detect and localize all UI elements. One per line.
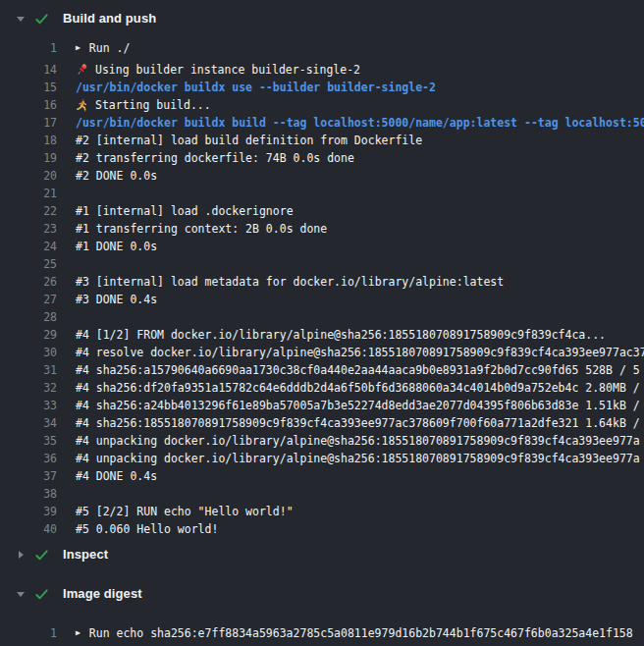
section-header-inspect[interactable]: Inspect xyxy=(0,538,644,571)
line-content: #2 transferring dockerfile: 74B 0.0s don… xyxy=(57,149,644,167)
line-text: #2 [internal] load build definition from… xyxy=(76,132,422,149)
line-number[interactable]: 20 xyxy=(0,167,57,185)
line-content: #4 unpacking docker.io/library/alpine@sh… xyxy=(57,450,644,467)
line-number[interactable]: 36 xyxy=(0,450,57,467)
line-number[interactable]: 17 xyxy=(0,114,57,132)
line-number[interactable]: 14 xyxy=(0,61,57,79)
line-content: #1 [internal] load .dockerignore xyxy=(57,202,644,220)
log-line: 32 #4 sha256:df20fa9351a15782c64e6dddb2d… xyxy=(0,379,644,397)
line-number[interactable]: 35 xyxy=(0,432,57,450)
line-content: ▶Run ./ xyxy=(57,39,644,57)
chevron-down-icon[interactable] xyxy=(16,589,26,599)
chevron-down-icon[interactable] xyxy=(16,14,26,24)
line-number[interactable]: 26 xyxy=(0,273,57,291)
line-content: #4 sha256:a15790640a6690aa1730c38cf0a440… xyxy=(57,361,644,379)
pushpin-icon xyxy=(76,63,89,77)
line-number[interactable]: 39 xyxy=(0,503,57,520)
line-number[interactable]: 1 xyxy=(0,624,57,642)
line-content: ▶Run echo sha256:e7ff8834a5963a2785c5a08… xyxy=(57,624,644,642)
line-text: #2 DONE 0.0s xyxy=(76,167,157,185)
line-content: #1 transferring context: 2B 0.0s done xyxy=(57,220,644,238)
line-text: Starting build... xyxy=(95,96,211,114)
line-content: Starting build... xyxy=(57,96,644,114)
log-line: 36 #4 unpacking docker.io/library/alpine… xyxy=(0,450,644,467)
log-line: 29 #4 [1/2] FROM docker.io/library/alpin… xyxy=(0,326,644,344)
line-number[interactable]: 28 xyxy=(0,308,57,326)
line-number[interactable]: 21 xyxy=(0,185,57,202)
line-text: Using builder instance builder-single-2 xyxy=(95,61,360,79)
line-content: #4 [1/2] FROM docker.io/library/alpine@s… xyxy=(57,326,644,344)
line-content: Using builder instance builder-single-2 xyxy=(57,61,644,79)
line-text: #4 sha256:df20fa9351a15782c64e6dddb2d4a6… xyxy=(76,379,640,397)
log-line: 22 #1 [internal] load .dockerignore xyxy=(0,202,644,220)
line-number[interactable]: 33 xyxy=(0,397,57,414)
log-section: Build and push 1 ▶Run ./ 14 Using builde… xyxy=(0,0,644,538)
check-icon xyxy=(34,548,49,563)
line-number[interactable]: 19 xyxy=(0,149,57,167)
line-text: #4 unpacking docker.io/library/alpine@sh… xyxy=(76,450,640,467)
line-text: #4 sha256:185518070891758909c9f839cf4ca3… xyxy=(76,414,640,432)
line-text: #2 transferring dockerfile: 74B 0.0s don… xyxy=(76,149,354,167)
line-number[interactable]: 37 xyxy=(0,467,57,485)
line-text: #4 [1/2] FROM docker.io/library/alpine@s… xyxy=(76,326,606,344)
line-text: #1 DONE 0.0s xyxy=(76,238,157,255)
line-number[interactable]: 22 xyxy=(0,202,57,220)
line-number[interactable]: 38 xyxy=(0,485,57,503)
line-number[interactable]: 1 xyxy=(0,39,57,57)
line-content: #1 DONE 0.0s xyxy=(57,238,644,255)
line-text: #4 resolve docker.io/library/alpine@sha2… xyxy=(76,344,644,361)
log-line[interactable]: 1 ▶Run ./ xyxy=(0,39,644,57)
log-line: 14 Using builder instance builder-single… xyxy=(0,61,644,79)
log-section: Image digest 1 ▶Run echo sha256:e7ff8834… xyxy=(0,577,644,646)
log-line: 37 #4 DONE 0.4s xyxy=(0,467,644,485)
line-content xyxy=(57,255,644,273)
line-number[interactable]: 18 xyxy=(0,132,57,149)
log-line: 17 /usr/bin/docker buildx build --tag lo… xyxy=(0,114,644,132)
line-number[interactable]: 23 xyxy=(0,220,57,238)
play-triangle-icon[interactable]: ▶ xyxy=(76,624,80,642)
section-log-lines-build-and-push: 1 ▶Run ./ 14 Using builder instance buil… xyxy=(0,33,644,538)
line-number[interactable]: 15 xyxy=(0,79,57,96)
line-number[interactable]: 40 xyxy=(0,520,57,538)
section-title: Inspect xyxy=(63,546,108,564)
log-line: 35 #4 unpacking docker.io/library/alpine… xyxy=(0,432,644,450)
line-number[interactable]: 27 xyxy=(0,291,57,308)
line-text: Run echo sha256:e7ff8834a5963a2785c5a081… xyxy=(89,624,633,642)
line-content xyxy=(57,308,644,326)
line-content: #4 resolve docker.io/library/alpine@sha2… xyxy=(57,344,644,361)
section-header-image-digest[interactable]: Image digest xyxy=(0,577,644,611)
line-content: #4 sha256:df20fa9351a15782c64e6dddb2d4a6… xyxy=(57,379,644,397)
line-content: #3 DONE 0.4s xyxy=(57,291,644,308)
section-header-build-and-push[interactable]: Build and push xyxy=(0,0,644,33)
line-number[interactable]: 32 xyxy=(0,379,57,397)
line-content xyxy=(57,185,644,202)
play-triangle-icon[interactable]: ▶ xyxy=(76,39,80,57)
line-number[interactable]: 16 xyxy=(0,96,57,114)
line-number[interactable]: 29 xyxy=(0,326,57,344)
log-line: 28 xyxy=(0,308,644,326)
section-title: Image digest xyxy=(63,585,142,603)
line-text: /usr/bin/docker buildx build --tag local… xyxy=(76,114,644,132)
log-line: 20 #2 DONE 0.0s xyxy=(0,167,644,185)
line-content: #4 sha256:a24bb4013296f61e89ba57005a7b3e… xyxy=(57,397,644,414)
line-number[interactable]: 31 xyxy=(0,361,57,379)
line-number[interactable]: 24 xyxy=(0,238,57,255)
log-line: 25 xyxy=(0,255,644,273)
log-line: 27 #3 DONE 0.4s xyxy=(0,291,644,308)
line-number[interactable]: 25 xyxy=(0,255,57,273)
line-content: /usr/bin/docker buildx use --builder bui… xyxy=(57,79,644,96)
log-line[interactable]: 1 ▶Run echo sha256:e7ff8834a5963a2785c5a… xyxy=(0,624,644,642)
log-line: 38 xyxy=(0,485,644,503)
runner-icon xyxy=(76,98,89,112)
line-text: #5 0.060 Hello world! xyxy=(76,520,218,538)
line-number[interactable]: 34 xyxy=(0,414,57,432)
line-content: #2 [internal] load build definition from… xyxy=(57,132,644,149)
line-content xyxy=(57,485,644,503)
line-number[interactable]: 30 xyxy=(0,344,57,361)
line-content: #4 sha256:185518070891758909c9f839cf4ca3… xyxy=(57,414,644,432)
line-text: #5 [2/2] RUN echo "Hello world!" xyxy=(76,503,294,520)
log-line: 19 #2 transferring dockerfile: 74B 0.0s … xyxy=(0,149,644,167)
line-text: #3 [internal] load metadata for docker.i… xyxy=(76,273,504,291)
chevron-right-icon[interactable] xyxy=(16,550,26,560)
line-content: /usr/bin/docker buildx build --tag local… xyxy=(57,114,644,132)
